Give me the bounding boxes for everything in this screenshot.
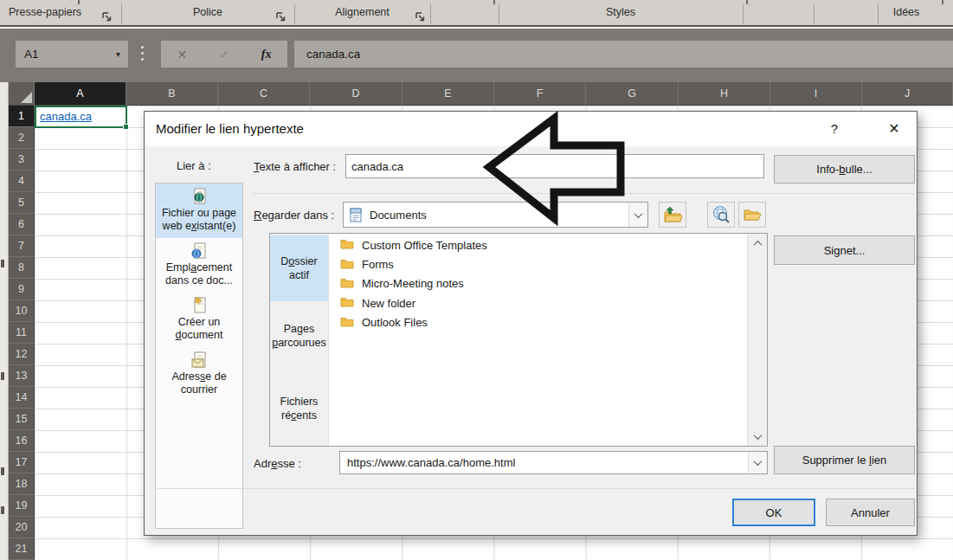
scroll-up-icon[interactable] — [748, 234, 768, 253]
group-separator — [121, 4, 122, 24]
dialog-launcher-icon[interactable] — [101, 10, 113, 22]
column-header-B[interactable]: B — [126, 82, 218, 106]
select-all-button[interactable] — [9, 82, 35, 106]
file-list-item[interactable]: New folder — [329, 293, 746, 312]
group-separator — [499, 4, 499, 24]
places-bar-item[interactable]: Dossier actif — [270, 235, 328, 301]
email-address-icon — [157, 350, 241, 369]
row-header-11[interactable]: 11 — [9, 322, 35, 344]
file-list-item[interactable]: Custom Office Templates — [329, 235, 746, 254]
folder-icon — [340, 277, 354, 291]
row-header-12[interactable]: 12 — [9, 344, 35, 365]
row-header-20[interactable]: 20 — [9, 517, 35, 538]
dialog-close-button[interactable]: ✕ — [884, 119, 905, 139]
create-new-document-icon — [157, 295, 241, 314]
file-list-item[interactable]: Forms — [329, 254, 746, 274]
address-combobox[interactable]: https://www.canada.ca/home.html — [339, 451, 768, 474]
row-header-3[interactable]: 3 — [9, 149, 35, 171]
column-header-D[interactable]: D — [310, 82, 402, 106]
tab-boundary-tick — [78, 0, 80, 4]
file-list-item[interactable]: Micro-Meeting notes — [329, 274, 746, 293]
column-header-I[interactable]: I — [770, 82, 862, 106]
remove-link-button[interactable]: Supprimer le lien — [774, 446, 915, 474]
ribbon-group-label: Styles — [499, 6, 743, 18]
folder-icon — [340, 316, 354, 330]
column-header-C[interactable]: C — [218, 82, 310, 106]
name-box-dropdown-icon[interactable]: ▾ — [116, 41, 120, 68]
up-one-folder-button[interactable] — [659, 202, 686, 228]
places-bar-item[interactable]: Pagesparcourues — [270, 317, 328, 355]
formula-bar-input[interactable]: canada.ca — [294, 41, 953, 68]
group-separator — [814, 4, 815, 24]
link-to-sidebar: Fichier ou pageweb existant(e)Emplacemen… — [155, 183, 243, 529]
row-header-1[interactable]: 1 — [9, 106, 35, 127]
row-header-18[interactable]: 18 — [9, 473, 35, 495]
row-header-7[interactable]: 7 — [9, 235, 35, 257]
row-header-14[interactable]: 14 — [9, 387, 35, 409]
separator — [252, 193, 915, 194]
dialog-launcher-icon[interactable] — [415, 10, 426, 22]
row-header-4[interactable]: 4 — [9, 171, 35, 192]
row-header-2[interactable]: 2 — [9, 127, 35, 149]
ribbon-group-label: Presse-papiers — [0, 6, 117, 18]
link-type-item[interactable]: Fichier ou pageweb existant(e) — [156, 183, 242, 238]
browse-file-button[interactable] — [738, 202, 766, 228]
row-header-17[interactable]: 17 — [9, 452, 35, 473]
column-header-J[interactable]: J — [862, 82, 953, 106]
places-bar: Dossier actifPagesparcouruesFichiersréce… — [270, 234, 329, 446]
browse-web-button[interactable] — [707, 202, 735, 228]
ok-button[interactable]: OK — [732, 499, 815, 526]
formula-controls: ✕ ✓ fx — [161, 41, 287, 68]
look-in-combobox[interactable]: Documents — [343, 202, 648, 228]
dialog-launcher-icon[interactable] — [275, 10, 287, 22]
link-type-item[interactable]: Adresse decourrier — [156, 347, 242, 402]
scrollbar[interactable] — [747, 234, 767, 446]
file-list-item[interactable]: Outlook Files — [329, 313, 746, 332]
link-to-label: Lier à : — [177, 159, 211, 172]
column-header-H[interactable]: H — [679, 82, 770, 106]
display-text-label: Texte à afficher : — [254, 160, 336, 173]
fill-handle[interactable] — [123, 124, 129, 130]
places-bar-item[interactable]: Fichiersrécents — [270, 389, 328, 428]
address-dropdown-icon[interactable] — [748, 452, 767, 473]
look-in-dropdown-icon[interactable] — [628, 203, 647, 227]
bookmark-button[interactable]: Signet... — [774, 235, 915, 265]
insert-function-icon[interactable]: fx — [261, 48, 272, 61]
row-header-9[interactable]: 9 — [9, 279, 35, 300]
row-header-13[interactable]: 13 — [9, 365, 35, 387]
column-header-E[interactable]: E — [402, 82, 494, 106]
documents-icon — [349, 208, 363, 222]
row-header-15[interactable]: 15 — [9, 409, 35, 430]
column-header-G[interactable]: G — [586, 82, 679, 106]
folder-icon — [340, 258, 354, 272]
dialog-help-button[interactable]: ? — [825, 119, 844, 138]
name-box[interactable]: A1 ▾ — [16, 41, 128, 68]
ribbon-group-label: Alignement — [294, 6, 430, 18]
scroll-down-icon[interactable] — [748, 427, 768, 446]
cancel-button[interactable]: Annuler — [826, 499, 915, 526]
link-type-item[interactable]: Créer undocument — [156, 293, 242, 347]
cell-a1-hyperlink[interactable]: canada.ca — [35, 106, 127, 128]
file-list: Custom Office TemplatesFormsMicro-Meetin… — [329, 235, 746, 332]
row-header-10[interactable]: 10 — [9, 300, 35, 322]
ribbon-strip: Presse-papiersPoliceAlignementStylesIdée… — [0, 0, 953, 27]
group-separator — [878, 4, 879, 24]
enter-icon[interactable]: ✓ — [219, 48, 229, 61]
dialog-titlebar[interactable]: Modifier le lien hypertexte — [145, 112, 917, 146]
tab-boundary-tick — [746, 0, 748, 4]
existing-file-webpage-icon — [157, 186, 241, 205]
row-header-21[interactable]: 21 — [9, 538, 35, 560]
row-header-19[interactable]: 19 — [9, 495, 35, 517]
link-type-item[interactable]: Emplacementdans ce doc... — [156, 238, 242, 293]
row-header-6[interactable]: 6 — [9, 214, 35, 235]
row-header-5[interactable]: 5 — [9, 192, 35, 214]
column-header-F[interactable]: F — [494, 82, 586, 106]
formula-bar-grip — [141, 46, 144, 61]
display-text-input[interactable] — [345, 154, 764, 178]
cancel-icon[interactable]: ✕ — [177, 48, 187, 61]
row-header-16[interactable]: 16 — [9, 430, 35, 452]
row-header-8[interactable]: 8 — [9, 257, 35, 279]
column-header-A[interactable]: A — [35, 82, 126, 106]
edit-hyperlink-dialog: Modifier le lien hypertexte ? ✕ Lier à :… — [144, 111, 918, 536]
tooltip-button[interactable]: Info-bulle... — [774, 155, 915, 183]
